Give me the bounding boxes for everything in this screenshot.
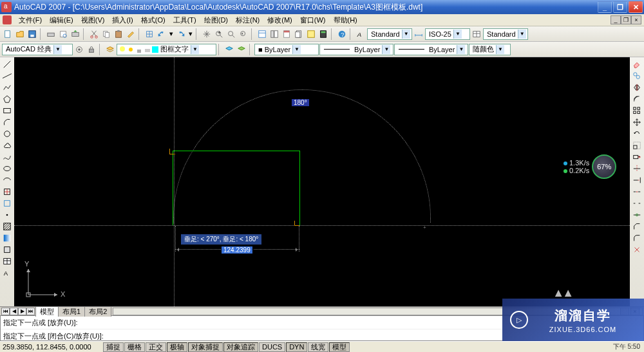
otrack-toggle[interactable]: 对象追踪: [223, 342, 258, 352]
tab-model[interactable]: 模型: [35, 306, 59, 317]
menu-format[interactable]: 格式(O): [138, 15, 169, 26]
menu-insert[interactable]: 插入(I): [109, 15, 136, 26]
copy-icon[interactable]: [100, 28, 112, 40]
model-toggle[interactable]: 模型: [329, 342, 350, 352]
region-icon[interactable]: [1, 244, 13, 255]
ellipse-icon[interactable]: [1, 163, 13, 174]
chamfer-icon[interactable]: [631, 221, 643, 232]
zoom-realtime-icon[interactable]: +: [213, 28, 225, 40]
spline-icon[interactable]: [1, 151, 13, 162]
textstyle-icon[interactable]: A: [355, 28, 366, 40]
mdi-restore-button[interactable]: ❐: [621, 15, 631, 24]
menu-modify[interactable]: 修改(M): [264, 15, 296, 26]
menu-edit[interactable]: 编辑(E): [46, 15, 77, 26]
gradient-icon[interactable]: [1, 232, 13, 243]
dimstyle-dropdown[interactable]: ISO-25▼: [425, 28, 470, 40]
help-icon[interactable]: ?: [336, 28, 348, 40]
watermark-overlay[interactable]: ▷ 溜溜自学 ZIXUE.3D66.COM: [502, 299, 644, 341]
paste-icon[interactable]: [113, 28, 124, 40]
mdi-minimize-button[interactable]: _: [611, 15, 621, 24]
break-point-icon[interactable]: [631, 186, 643, 197]
properties-icon[interactable]: [256, 28, 268, 40]
save-icon[interactable]: [26, 28, 38, 40]
undo-dropdown-icon[interactable]: ▾: [168, 28, 175, 40]
polyline-icon[interactable]: [1, 82, 13, 93]
close-button[interactable]: ✕: [629, 1, 643, 13]
make-block-icon[interactable]: [1, 198, 13, 208]
workspace-dropdown[interactable]: AutoCAD 经典▼: [2, 44, 73, 55]
menu-help[interactable]: 帮助(H): [330, 15, 361, 26]
textstyle-dropdown[interactable]: Standard▼: [367, 28, 412, 40]
zoom-window-icon[interactable]: [225, 28, 237, 40]
mtext-icon[interactable]: A: [1, 267, 13, 278]
new-icon[interactable]: [2, 28, 14, 40]
layer-previous-icon[interactable]: [223, 44, 235, 55]
plot-icon[interactable]: [45, 28, 57, 40]
tab-layout1[interactable]: 布局1: [58, 306, 85, 317]
zoom-previous-icon[interactable]: [238, 28, 249, 40]
sheet-set-icon[interactable]: [293, 28, 305, 40]
markup-icon[interactable]: [305, 28, 317, 40]
extend-icon[interactable]: [631, 174, 643, 185]
ellipse-arc-icon[interactable]: [1, 174, 13, 185]
dimstyle-icon[interactable]: [413, 28, 424, 40]
trim-icon[interactable]: [631, 163, 643, 174]
undo-icon[interactable]: [156, 28, 167, 40]
stretch-icon[interactable]: [631, 151, 643, 162]
tablestyle-icon[interactable]: [471, 28, 482, 40]
tab-prev-button[interactable]: ◀: [10, 308, 18, 315]
net-percent[interactable]: 67%: [592, 154, 616, 179]
table-icon[interactable]: [1, 255, 13, 266]
drawing-canvas[interactable]: + 180° 垂足: < 270°, 垂足: < 180° 124.2399 X…: [14, 57, 630, 306]
menu-file[interactable]: 文件(F): [15, 15, 45, 26]
redo-dropdown-icon[interactable]: ▾: [187, 28, 194, 40]
xline-icon[interactable]: [1, 70, 13, 81]
explode-icon[interactable]: [631, 244, 643, 255]
join-icon[interactable]: [631, 209, 643, 220]
rotate-icon[interactable]: [631, 128, 643, 139]
break-icon[interactable]: [631, 198, 643, 208]
restore-button[interactable]: ❐: [613, 1, 627, 13]
tab-next-button[interactable]: ▶: [18, 308, 26, 315]
tab-last-button[interactable]: ⏭: [26, 308, 35, 315]
dynamic-input[interactable]: 124.2399: [221, 246, 253, 254]
offset-icon[interactable]: [631, 93, 643, 104]
tablestyle-dropdown[interactable]: Standard▼: [483, 28, 528, 40]
calc-icon[interactable]: [317, 28, 329, 40]
lwt-toggle[interactable]: 线宽: [308, 342, 328, 352]
snap-toggle[interactable]: 捕捉: [103, 342, 124, 352]
plotstyle-dropdown[interactable]: 随颜色▼: [469, 44, 511, 55]
move-icon[interactable]: [631, 116, 643, 127]
menu-view[interactable]: 视图(V): [78, 15, 108, 26]
circle-icon[interactable]: [1, 128, 13, 139]
ortho-toggle[interactable]: 正交: [146, 342, 166, 352]
design-center-icon[interactable]: [269, 28, 280, 40]
polygon-icon[interactable]: [1, 93, 13, 104]
match-prop-icon[interactable]: [125, 28, 137, 40]
mirror-icon[interactable]: [631, 82, 643, 93]
menu-tools[interactable]: 工具(T): [170, 15, 200, 26]
polar-toggle[interactable]: 极轴: [167, 342, 187, 352]
color-dropdown[interactable]: ■ ByLayer▼: [254, 44, 319, 55]
open-icon[interactable]: [14, 28, 26, 40]
array-icon[interactable]: [631, 105, 643, 116]
rectangle-icon[interactable]: [1, 105, 13, 116]
grid-toggle[interactable]: 栅格: [124, 342, 145, 352]
plot-preview-icon[interactable]: [57, 28, 69, 40]
revcloud-icon[interactable]: [1, 140, 13, 151]
hatch-icon[interactable]: [1, 221, 13, 232]
point-icon[interactable]: [1, 209, 13, 220]
layer-states-icon[interactable]: [236, 44, 247, 55]
pan-icon[interactable]: [201, 28, 213, 40]
arc-icon[interactable]: [1, 116, 13, 127]
mdi-close-button[interactable]: ×: [631, 15, 641, 24]
tool-palette-icon[interactable]: [281, 28, 292, 40]
layer-dropdown[interactable]: 图框文字▼: [117, 44, 216, 55]
redo-icon[interactable]: [175, 28, 187, 40]
workspace-lock-icon[interactable]: [86, 44, 97, 55]
insert-block-icon[interactable]: [1, 186, 13, 197]
publish-icon[interactable]: [70, 28, 81, 40]
dyn-toggle[interactable]: DYN: [286, 342, 307, 352]
menu-window[interactable]: 窗口(W): [297, 15, 329, 26]
lineweight-dropdown[interactable]: ByLayer▼: [394, 44, 468, 55]
